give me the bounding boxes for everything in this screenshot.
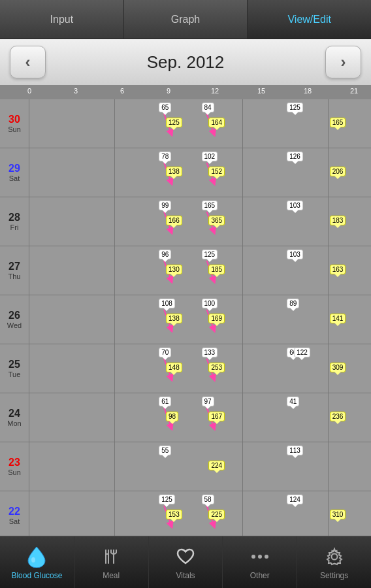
day-row[interactable]: 30Sun6512584164125165 — [0, 99, 371, 148]
data-point[interactable]: 253 — [208, 363, 225, 372]
data-point[interactable]: 125 — [159, 495, 175, 504]
data-point[interactable]: 84 — [202, 103, 214, 112]
nav-blood-glucose[interactable]: Blood Glucose — [0, 536, 74, 588]
time-0: 0 — [27, 87, 31, 95]
data-point[interactable]: 122 — [294, 348, 310, 357]
day-content: 10813810016989141 — [29, 295, 371, 344]
data-point[interactable]: 167 — [208, 412, 225, 421]
data-point[interactable]: 55 — [159, 446, 171, 455]
time-15: 15 — [257, 87, 265, 95]
nav-other[interactable]: Other — [223, 536, 297, 588]
data-point[interactable]: 165 — [330, 118, 346, 127]
data-point[interactable]: 100 — [202, 299, 218, 308]
day-row[interactable]: 25Tue7014813325366122309 — [0, 344, 371, 393]
data-point[interactable]: 133 — [202, 348, 218, 357]
day-row[interactable]: 28Fri99166165365103183 — [0, 197, 371, 246]
fork-icon — [99, 545, 123, 568]
data-point[interactable]: 89 — [287, 299, 299, 308]
data-point[interactable]: 103 — [287, 201, 303, 210]
bottom-nav: Blood Glucose Meal Vitals — [0, 536, 371, 588]
data-point[interactable]: 309 — [330, 363, 346, 372]
nav-blood-glucose-label: Blood Glucose — [11, 571, 62, 580]
day-content: 78138102152126206 — [29, 148, 371, 197]
top-tab-bar: Input Graph View/Edit — [0, 0, 371, 39]
day-label: 22Sat — [0, 491, 29, 536]
day-label: 29Sat — [0, 148, 29, 197]
time-3: 3 — [74, 87, 78, 95]
data-point[interactable]: 138 — [166, 314, 182, 323]
data-point[interactable]: 163 — [330, 265, 346, 274]
day-row[interactable]: 29Sat78138102152126206 — [0, 148, 371, 197]
day-row[interactable]: 27Thu96130125185103163 — [0, 246, 371, 295]
nav-vitals[interactable]: Vitals — [149, 536, 223, 588]
svg-point-25 — [258, 555, 262, 559]
nav-meal[interactable]: Meal — [74, 536, 149, 588]
data-point[interactable]: 183 — [330, 216, 346, 225]
time-12: 12 — [211, 87, 219, 95]
data-point[interactable]: 152 — [208, 167, 225, 176]
data-point[interactable]: 65 — [159, 103, 171, 112]
data-point[interactable]: 41 — [287, 397, 299, 406]
prev-button[interactable]: ‹ — [10, 46, 46, 78]
data-point[interactable]: 224 — [208, 461, 225, 470]
data-point[interactable]: 96 — [159, 250, 171, 259]
svg-point-27 — [331, 553, 337, 559]
tab-view-edit[interactable]: View/Edit — [248, 0, 371, 39]
data-point[interactable]: 165 — [202, 201, 218, 210]
day-content: 12515358225124310 — [29, 491, 371, 536]
data-point[interactable]: 125 — [202, 250, 218, 259]
data-point[interactable]: 99 — [159, 201, 171, 210]
data-point[interactable]: 225 — [208, 510, 225, 519]
day-content: 96130125185103163 — [29, 246, 371, 295]
day-content: 6512584164125165 — [29, 99, 371, 148]
day-content: 99166165365103183 — [29, 197, 371, 246]
nav-settings-label: Settings — [320, 571, 348, 580]
data-point[interactable]: 138 — [166, 167, 182, 176]
gear-icon — [323, 545, 346, 568]
data-point[interactable]: 97 — [202, 397, 214, 406]
data-point[interactable]: 113 — [287, 446, 303, 455]
data-point[interactable]: 130 — [166, 265, 182, 274]
data-point[interactable]: 310 — [330, 510, 346, 519]
day-row[interactable]: 26Wed10813810016989141 — [0, 295, 371, 344]
data-point[interactable]: 98 — [166, 412, 178, 421]
svg-point-24 — [251, 555, 255, 559]
day-label: 23Sun — [0, 442, 29, 491]
data-point[interactable]: 365 — [208, 216, 225, 225]
data-point[interactable]: 125 — [287, 103, 303, 112]
data-point[interactable]: 126 — [287, 152, 303, 161]
data-point[interactable]: 141 — [330, 314, 346, 323]
data-point[interactable]: 148 — [166, 363, 182, 372]
day-row[interactable]: 23Sun55224113 — [0, 442, 371, 491]
nav-settings[interactable]: Settings — [297, 536, 371, 588]
day-row[interactable]: 24Mon61989716741236 — [0, 393, 371, 442]
data-point[interactable]: 58 — [202, 495, 214, 504]
data-point[interactable]: 166 — [166, 216, 182, 225]
data-point[interactable]: 125 — [166, 118, 182, 127]
data-point[interactable]: 61 — [159, 397, 171, 406]
day-label: 27Thu — [0, 246, 29, 295]
dots-icon — [248, 545, 272, 568]
data-point[interactable]: 164 — [208, 118, 225, 127]
data-point[interactable]: 169 — [208, 314, 225, 323]
drop-icon — [25, 545, 48, 568]
tab-input[interactable]: Input — [0, 0, 124, 39]
day-label: 28Fri — [0, 197, 29, 246]
data-point[interactable]: 124 — [287, 495, 303, 504]
data-point[interactable]: 236 — [330, 412, 346, 421]
data-point[interactable]: 78 — [159, 152, 171, 161]
day-row[interactable]: 22Sat12515358225124310 — [0, 491, 371, 536]
data-point[interactable]: 185 — [208, 265, 225, 274]
data-point[interactable]: 102 — [202, 152, 218, 161]
tab-graph[interactable]: Graph — [124, 0, 248, 39]
day-label: 24Mon — [0, 393, 29, 442]
data-point[interactable]: 70 — [159, 348, 171, 357]
data-point[interactable]: 103 — [287, 250, 303, 259]
data-point[interactable]: 206 — [330, 167, 346, 176]
next-button[interactable]: › — [325, 46, 361, 78]
data-point[interactable]: 153 — [166, 510, 182, 519]
day-label: 30Sun — [0, 99, 29, 148]
time-6: 6 — [120, 87, 124, 95]
data-point[interactable]: 108 — [159, 299, 175, 308]
day-content: 61989716741236 — [29, 393, 371, 442]
